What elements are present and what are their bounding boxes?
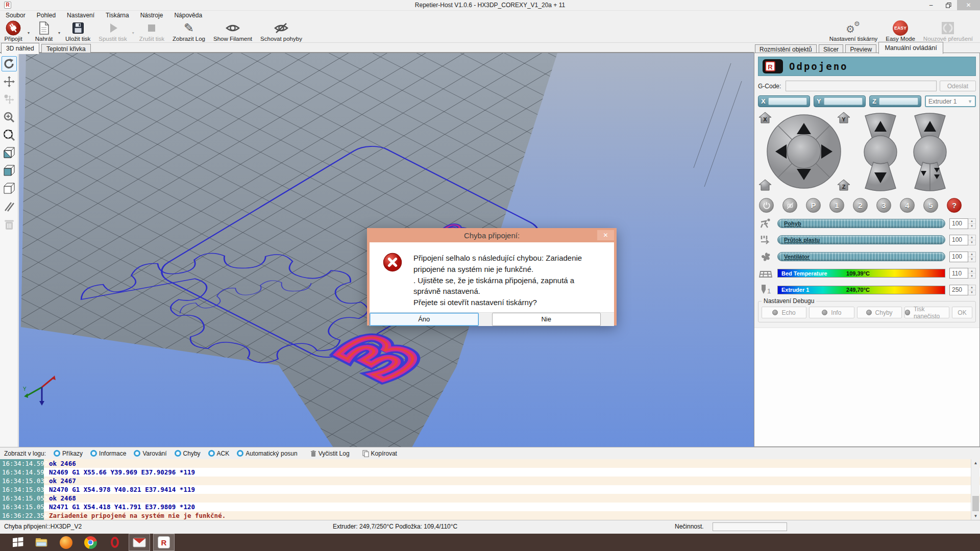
filter-warnings[interactable]: Varování [134, 450, 166, 457]
menu-napoveda[interactable]: Nápověda [168, 11, 208, 20]
firefox-button[interactable] [59, 536, 72, 549]
speed-multiplier-slider[interactable]: Pohyb [777, 219, 945, 228]
easy-mode-button[interactable]: EASY Easy Mode [881, 20, 919, 42]
connect-button[interactable]: Připojit [0, 20, 27, 42]
top-view-button[interactable] [2, 181, 17, 196]
home-x-button[interactable]: X [758, 111, 772, 124]
log-output[interactable]: 16:34:14.599ok 2466 16:34:14.599N2469 G1… [0, 459, 980, 520]
extruder-select[interactable]: Extruder 1▼ [925, 95, 976, 107]
filter-ack[interactable]: ACK [208, 450, 230, 457]
spinner-arrows[interactable]: ▲▼ [968, 235, 976, 245]
menu-nastroje[interactable]: Nástroje [135, 11, 169, 20]
fan-icon [758, 251, 773, 263]
extruder-temperature-bar[interactable]: Extruder 1 249,70°C [777, 286, 945, 294]
eye-icon [225, 21, 240, 35]
preset-5-button[interactable]: 5 [923, 198, 938, 213]
tab-3d-preview[interactable]: 3D náhled [1, 43, 39, 54]
front-view-button[interactable] [2, 163, 17, 179]
axis-position-row: X Y Z Extruder 1▼ [758, 95, 976, 107]
toggle-dot-icon [905, 310, 910, 315]
spinner-arrows[interactable]: ▲▼ [968, 268, 976, 279]
scroll-up-icon[interactable]: ▲ [971, 459, 980, 467]
bed-temperature-bar[interactable]: Bed Temperature 109,39°C [777, 269, 945, 278]
connection-error-dialog: Chyba připojení: ✕ Připojení selhalo s n… [367, 228, 617, 325]
home-z-button[interactable]: Z [837, 179, 851, 191]
log-scrollbar[interactable]: ▲ ▼ [971, 459, 979, 520]
mail-button[interactable] [129, 534, 150, 551]
move-view-button[interactable] [2, 74, 17, 89]
stop-icon [145, 21, 158, 35]
flow-multiplier-slider[interactable]: Průtok plastu [777, 235, 945, 244]
play-icon [106, 21, 119, 35]
show-log-button[interactable]: ✎ Zobrazit Log [168, 20, 209, 42]
motors-off-button[interactable] [759, 198, 774, 213]
menu-soubor[interactable]: Soubor [0, 11, 31, 20]
x-position-box: X [758, 95, 810, 107]
preset-2-button[interactable]: 2 [853, 198, 868, 213]
connect-dropdown-caret[interactable]: ▾ [27, 23, 31, 42]
extruder-temp-spinner[interactable]: 250 ▲▼ [949, 285, 976, 295]
fan-slider[interactable]: Ventilátor [777, 252, 945, 261]
home-all-button[interactable] [758, 179, 772, 191]
spinner-arrows[interactable]: ▲▼ [968, 252, 976, 262]
filter-errors[interactable]: Chyby [175, 450, 201, 457]
zoom-in-button[interactable] [2, 110, 17, 125]
menu-tiskarna[interactable]: Tiskárna [100, 11, 135, 20]
chrome-icon [84, 536, 97, 549]
park-button[interactable]: P [806, 198, 821, 213]
restore-icon [946, 3, 951, 8]
filter-autoscroll[interactable]: Automatický posun [237, 450, 297, 457]
load-dropdown-caret[interactable]: ▾ [57, 23, 61, 42]
debug-dryrun-toggle: Tisk nanečisto [904, 307, 949, 318]
dialog-no-button[interactable]: Nie [492, 313, 601, 326]
opera-button[interactable] [108, 536, 121, 549]
close-button[interactable]: ✕ [957, 0, 980, 10]
menu-pohled[interactable]: Pohled [31, 11, 61, 20]
document-icon [37, 21, 51, 35]
fan-spinner[interactable]: 100 ▲▼ [949, 252, 976, 262]
hide-travel-button[interactable]: Schovat pohyby [256, 20, 306, 42]
copy-log-button[interactable]: Kopírovat [362, 450, 397, 457]
restore-button[interactable] [940, 0, 957, 10]
preset-4-button[interactable]: 4 [900, 198, 915, 213]
filter-commands[interactable]: Příkazy [54, 450, 83, 457]
spinner-arrows[interactable]: ▲▼ [968, 285, 976, 295]
scrollbar-thumb[interactable] [972, 496, 979, 511]
dialog-footer: Áno Nie [370, 312, 614, 326]
preset-3-button[interactable]: 3 [876, 198, 891, 213]
park-disabled-button[interactable] [782, 198, 797, 213]
gcode-input[interactable] [786, 81, 937, 91]
dialog-close-button[interactable]: ✕ [597, 230, 614, 240]
rotate-view-button[interactable] [2, 56, 17, 71]
preset-1-button[interactable]: 1 [829, 198, 844, 213]
extruder-jog-control[interactable] [909, 113, 951, 191]
show-filament-button[interactable]: Show Filament [209, 20, 256, 42]
clear-log-button[interactable]: Vyčistit Log [310, 450, 350, 457]
xy-pad[interactable] [765, 113, 843, 190]
flow-spinner[interactable]: 100 ▲▼ [949, 235, 976, 245]
filter-info[interactable]: Informace [90, 450, 126, 457]
tab-manual-control[interactable]: Manuální ovládání [878, 42, 943, 54]
help-button[interactable]: ? [947, 198, 962, 213]
minimize-button[interactable]: – [922, 0, 940, 10]
load-button[interactable]: Nahrát [31, 20, 57, 42]
parallel-lines-icon [3, 201, 15, 213]
fit-view-button[interactable] [2, 128, 17, 143]
bed-temp-spinner[interactable]: 110 ▲▼ [949, 268, 976, 279]
toolbar-left-group: Připojit ▾ Nahrát ▾ Uložit tisk Spu [0, 20, 306, 42]
repetier-host-taskbar-button[interactable]: R [153, 534, 175, 551]
printer-settings-button[interactable]: ⚙⚙ Nastavení tiskárny [825, 20, 882, 42]
chrome-button[interactable] [84, 536, 97, 549]
scroll-down-icon[interactable]: ▼ [971, 512, 980, 520]
menu-nastaveni[interactable]: Nastavení [61, 11, 100, 20]
dialog-yes-button[interactable]: Áno [370, 313, 479, 326]
z-jog-control[interactable] [859, 113, 902, 191]
file-explorer-button[interactable] [35, 536, 48, 549]
start-button[interactable] [11, 536, 24, 549]
save-print-button[interactable]: Uložit tisk [61, 20, 94, 42]
isometric-view-button[interactable] [2, 145, 17, 161]
speed-spinner[interactable]: 100 ▲▼ [949, 218, 976, 229]
spinner-arrows[interactable]: ▲▼ [968, 218, 976, 229]
home-y-button[interactable]: Y [837, 111, 851, 124]
perspective-toggle-button[interactable] [2, 199, 17, 214]
